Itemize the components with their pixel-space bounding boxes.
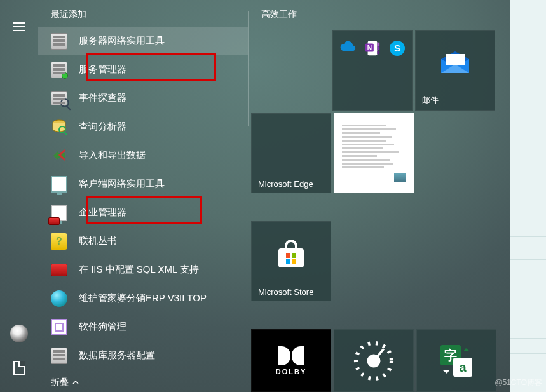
app-item-label: 在 IIS 中配置 SQL XML 支持 — [79, 264, 199, 276]
gauge-icon — [351, 339, 396, 383]
svg-rect-12 — [278, 248, 304, 267]
app-item-maintain-erp[interactable]: 维护管家婆分销ERP V3II TOP — [38, 284, 248, 313]
app-item-label: 数据库服务器配置 — [79, 349, 155, 362]
svg-line-2 — [64, 132, 67, 135]
server-network-icon — [50, 32, 69, 51]
onedrive-icon — [339, 40, 356, 53]
translate-icon: 字 a — [439, 344, 474, 378]
start-rail — [0, 0, 38, 392]
app-item-enterprise-manager[interactable]: 企业管理器 — [38, 198, 248, 227]
app-item-client-network-utility[interactable]: 客户端网络实用工具 — [38, 170, 248, 198]
svg-text:a: a — [459, 360, 467, 374]
client-network-icon — [50, 175, 69, 194]
svg-rect-6 — [377, 43, 379, 46]
tile-store[interactable]: Microsoft Store — [251, 221, 331, 301]
onenote-icon: N — [365, 40, 380, 57]
query-analyzer-icon — [50, 118, 69, 137]
app-item-import-export[interactable]: 导入和导出数据 — [38, 141, 248, 170]
app-item-server-network-utility[interactable]: 服务器网络实用工具 — [38, 27, 248, 55]
documents-button[interactable] — [4, 353, 34, 383]
mail-icon — [440, 50, 470, 76]
tile-store-label: Microsoft Store — [252, 287, 331, 301]
enterprise-manager-icon — [50, 203, 69, 222]
avatar-icon — [10, 325, 28, 342]
store-icon — [275, 238, 308, 271]
tile-edge-label: Microsoft Edge — [252, 179, 331, 193]
app-item-db-server-config[interactable]: 数据库服务器配置 — [38, 341, 248, 370]
hamburger-icon — [13, 22, 25, 31]
svg-rect-8 — [377, 51, 379, 55]
tile-mail-label: 邮件 — [416, 95, 495, 110]
svg-text:S: S — [394, 43, 400, 53]
svg-rect-16 — [292, 259, 296, 264]
maintain-erp-icon — [50, 289, 69, 308]
app-item-query-analyzer[interactable]: 查询分析器 — [38, 112, 248, 141]
app-item-service-manager[interactable]: 服务管理器 — [38, 55, 248, 84]
app-item-profiler[interactable]: 事件探查器 — [38, 84, 248, 112]
app-list: 最近添加 服务器网络实用工具 服务管理器 事件探查器 查询分析器 导入和导出数据… — [38, 0, 248, 392]
service-manager-icon — [50, 60, 69, 79]
svg-text:N: N — [367, 44, 372, 51]
db-server-config-icon — [50, 346, 69, 365]
desktop-background-strip — [510, 0, 546, 392]
app-item-dongle-manager[interactable]: 软件狗管理 — [38, 313, 248, 341]
collapse-button[interactable]: 折叠 — [38, 370, 248, 392]
dongle-manager-icon — [50, 318, 69, 337]
tiles-panel: 高效工作 N S 邮件 Microsoft E — [249, 0, 510, 392]
app-item-label: 服务器网络实用工具 — [79, 35, 165, 47]
collapse-label: 折叠 — [51, 377, 69, 388]
dts-icon — [50, 146, 69, 165]
app-item-iis-sqlxml[interactable]: 在 IIS 中配置 SQL XML 支持 — [38, 255, 248, 284]
recently-added-header: 最近添加 — [38, 9, 248, 27]
tile-translate[interactable]: 字 a — [416, 329, 496, 392]
expand-button[interactable] — [4, 11, 34, 42]
profiler-icon — [50, 89, 69, 108]
tile-mail[interactable]: 邮件 — [415, 30, 495, 111]
app-item-label: 事件探查器 — [79, 92, 126, 104]
app-item-label: 服务管理器 — [79, 64, 126, 76]
document-icon — [13, 361, 25, 375]
chevron-up-icon — [72, 379, 79, 386]
svg-rect-13 — [286, 253, 290, 258]
app-item-label: 联机丛书 — [79, 235, 117, 247]
tile-edge[interactable]: Microsoft Edge — [251, 113, 331, 193]
svg-rect-14 — [292, 253, 296, 258]
app-item-books-online[interactable]: 联机丛书 — [38, 227, 248, 255]
app-item-label: 查询分析器 — [79, 121, 126, 133]
svg-rect-15 — [286, 259, 290, 264]
app-item-label: 企业管理器 — [79, 206, 126, 219]
books-online-icon — [50, 232, 69, 251]
tile-dolby[interactable]: DOLBY — [251, 329, 331, 392]
iis-sqlxml-icon — [50, 260, 69, 280]
tile-office-bundle[interactable]: N S — [332, 30, 413, 111]
app-item-label: 客户端网络实用工具 — [79, 178, 165, 190]
svg-rect-19 — [375, 348, 385, 359]
user-avatar-button[interactable] — [4, 318, 34, 349]
app-item-label: 软件狗管理 — [79, 321, 126, 333]
app-item-label: 导入和导出数据 — [79, 149, 146, 161]
tile-document-preview[interactable] — [334, 113, 414, 193]
svg-rect-11 — [446, 54, 465, 65]
svg-rect-7 — [377, 46, 379, 50]
skype-icon: S — [389, 40, 406, 57]
tile-performance[interactable] — [334, 329, 414, 392]
start-menu: 最近添加 服务器网络实用工具 服务管理器 事件探查器 查询分析器 导入和导出数据… — [0, 0, 510, 392]
app-item-label: 维护管家婆分销ERP V3II TOP — [79, 292, 207, 304]
tile-group-label: 高效工作 — [260, 9, 510, 30]
